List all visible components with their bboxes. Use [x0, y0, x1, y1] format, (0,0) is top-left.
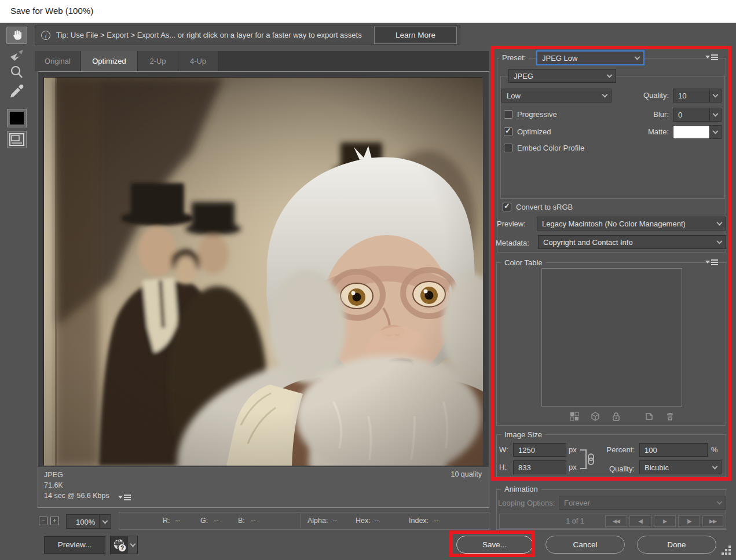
tab-original[interactable]: Original: [35, 51, 81, 71]
new-color-icon[interactable]: [645, 412, 654, 421]
width-value: 1250: [518, 446, 535, 455]
learn-more-button[interactable]: Learn More: [374, 27, 457, 44]
tab-optimized[interactable]: Optimized: [81, 51, 138, 71]
readout-alpha-value: --: [332, 517, 337, 525]
link-dimensions-icon[interactable]: [579, 446, 599, 475]
chevron-down-icon: [635, 54, 640, 60]
matte-select[interactable]: [673, 125, 722, 139]
preview-mode-value: Legacy Macintosh (No Color Management): [542, 219, 686, 228]
format-select[interactable]: JPEG: [508, 69, 616, 83]
height-value: 833: [518, 463, 531, 472]
width-unit: px: [569, 445, 577, 454]
color-table-swatches-area[interactable]: [541, 268, 682, 407]
eyedropper-tool-button[interactable]: [9, 83, 25, 98]
last-frame-button[interactable]: ▶▶: [702, 515, 723, 527]
status-file-size: 71.6K: [44, 481, 63, 489]
readout-hex-value: --: [374, 517, 379, 525]
compression-value: Low: [507, 91, 521, 100]
first-frame-button[interactable]: ◀◀: [605, 515, 627, 527]
optimized-label: Optimized: [517, 127, 551, 136]
zoom-level-select[interactable]: 100%: [66, 514, 111, 529]
svg-text:?: ?: [120, 545, 124, 551]
save-for-web-dialog: Save for Web (100%) i Tip: Use File > Ex…: [0, 0, 736, 560]
image-size-title: Image Size: [501, 430, 545, 439]
quality-field[interactable]: 10: [673, 89, 722, 103]
readout-b-label: B:: [238, 517, 245, 525]
color-readout-bar: R: -- G: -- B: -- Alpha: -- Hex: -- Inde…: [119, 512, 489, 530]
progressive-checkbox[interactable]: [504, 110, 512, 119]
status-download-time: 14 sec @ 56.6 Kbps: [44, 492, 109, 500]
zoom-chevron-box: [99, 515, 111, 528]
chevron-down-icon: [602, 92, 608, 98]
preset-label: Preset:: [499, 53, 529, 62]
chevron-down-icon: [713, 111, 719, 117]
frame-counter: 1 of 1: [546, 517, 604, 525]
height-field[interactable]: 833: [513, 460, 566, 474]
compression-select[interactable]: Low: [501, 89, 611, 103]
eyedropper-color-swatch[interactable]: [7, 109, 27, 127]
readout-index-value: --: [434, 517, 438, 525]
percent-value: 100: [645, 446, 657, 455]
readout-hex-label: Hex:: [356, 517, 371, 525]
convert-srgb-checkbox[interactable]: [503, 203, 511, 211]
cancel-button[interactable]: Cancel: [545, 536, 625, 554]
next-frame-button[interactable]: |▶: [678, 515, 700, 527]
height-unit: px: [569, 463, 577, 471]
preset-select[interactable]: JPEG Low: [536, 50, 645, 65]
percent-field[interactable]: 100: [639, 443, 708, 457]
readout-r-label: R:: [163, 517, 170, 525]
chevron-down-icon: [713, 129, 719, 134]
eyedropper-tool-icon: [9, 90, 25, 100]
embed-color-profile-checkbox[interactable]: [504, 144, 512, 152]
metadata-select[interactable]: Copyright and Contact Info: [538, 235, 726, 249]
height-label: H:: [499, 463, 507, 471]
play-button[interactable]: ▶: [654, 515, 676, 527]
zoom-tool-button[interactable]: [9, 65, 24, 80]
preview-mode-select[interactable]: Legacy Macintosh (No Color Management): [537, 217, 726, 230]
browser-select-chevron: [128, 536, 137, 554]
matte-label: Matte:: [634, 127, 669, 136]
cube-transparency-icon[interactable]: [591, 412, 600, 421]
resample-quality-value: Bicubic: [645, 463, 669, 472]
quality-label: Quality:: [634, 91, 669, 100]
readout-alpha-label: Alpha:: [307, 517, 328, 525]
zoom-out-button[interactable]: −: [39, 517, 47, 525]
readout-b-value: --: [251, 517, 255, 525]
previous-frame-button[interactable]: ◀|: [629, 515, 651, 527]
preview-image[interactable]: [43, 77, 482, 465]
percent-label: Percent:: [601, 445, 635, 454]
resample-quality-select[interactable]: Bicubic: [639, 460, 722, 474]
window-title: Save for Web (100%): [10, 6, 93, 16]
download-speed-menu-icon[interactable]: [118, 494, 131, 500]
zoom-in-button[interactable]: +: [50, 517, 59, 525]
delete-color-icon[interactable]: [665, 412, 675, 421]
preview-in-browser-button[interactable]: Preview...: [44, 536, 105, 554]
tab-4up[interactable]: 4-Up: [178, 51, 218, 71]
lock-color-icon[interactable]: [611, 412, 621, 421]
preview-mode-label: Preview:: [497, 219, 526, 228]
toggle-slices-button[interactable]: [7, 131, 27, 148]
hand-tool-button[interactable]: [6, 27, 27, 44]
convert-srgb-label: Convert to sRGB: [516, 203, 573, 211]
done-button[interactable]: Done: [637, 536, 716, 554]
window-resize-grip[interactable]: [722, 546, 734, 558]
looping-options-select[interactable]: Forever: [559, 496, 726, 510]
tab-2up[interactable]: 2-Up: [138, 51, 178, 71]
slice-select-tool-button[interactable]: [9, 49, 25, 63]
width-field[interactable]: 1250: [513, 443, 566, 457]
optimized-checkbox[interactable]: [504, 127, 512, 136]
chevron-down-icon: [130, 541, 136, 547]
metadata-value: Copyright and Contact Info: [543, 238, 633, 247]
tip-text: Tip: Use File > Export > Export As... or…: [56, 31, 362, 39]
save-button[interactable]: Save...: [456, 536, 533, 554]
blur-field[interactable]: 0: [673, 108, 722, 122]
readout-index-label: Index:: [409, 517, 429, 525]
preset-panel-menu-icon[interactable]: [705, 54, 718, 60]
status-quality: 10 quality: [451, 470, 482, 478]
browser-preview-select[interactable]: ?: [110, 536, 138, 554]
snap-to-web-palette-icon[interactable]: [570, 412, 579, 421]
info-icon: i: [41, 31, 50, 40]
color-table-menu-icon[interactable]: [705, 259, 718, 265]
readout-g-label: G:: [200, 517, 208, 525]
width-label: W:: [499, 445, 508, 454]
